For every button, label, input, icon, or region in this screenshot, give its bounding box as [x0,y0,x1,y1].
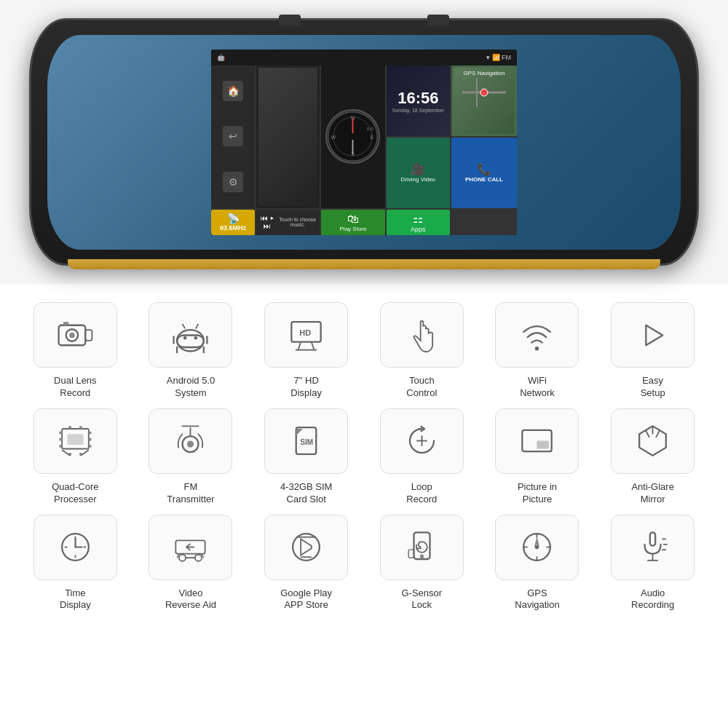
camera-bump-right [427,15,449,26]
video-reverse-icon [170,527,210,567]
feature-label-gps-nav: GPS Navigation [515,587,559,612]
svg-line-45 [62,451,70,456]
feature-item-easy-setup: Easy Setup [599,302,706,400]
feature-item-audio-rec: Audio Recording [599,515,706,612]
svg-rect-41 [79,427,82,430]
svg-line-28 [298,341,301,349]
svg-text:0.0: 0.0 [368,126,374,131]
screen-time: 16:56 [397,89,438,108]
svg-point-68 [179,555,186,561]
pip-icon [517,421,557,461]
camera-bump-left [279,15,301,26]
svg-rect-44 [67,435,83,446]
screen-radio-cell[interactable]: 📡 93.6MHz [211,210,255,235]
feature-icon-box-sim-slot: SIM [264,408,348,474]
feature-icon-box-audio-rec [611,515,695,580]
feature-item-video-reverse: Video Reverse Aid [138,515,245,612]
feature-item-quad-core: Quad-Core Processer [22,408,129,506]
svg-line-21 [183,323,186,328]
svg-rect-37 [89,432,92,435]
feature-icon-box-dual-lens [33,302,117,368]
svg-rect-18 [178,335,205,347]
svg-point-69 [195,555,202,561]
feature-icon-box-android [149,302,232,368]
screen-music-cell[interactable]: ⏮ ▶ ⏭ Touch to choose music. [256,210,320,235]
svg-point-32 [535,347,539,351]
music-label: Touch to choose music. [278,217,317,227]
audio-rec-icon [633,527,673,567]
easy-setup-icon [633,315,673,355]
feature-icon-box-video-reverse [149,515,232,580]
svg-line-57 [646,431,649,438]
feature-item-loop-record: Loop Record [368,408,475,506]
playstore-label: Play Store [340,226,367,232]
feature-icon-box-g-sensor [380,515,464,580]
feature-label-loop-record: Loop Record [406,481,437,506]
feature-label-video-reverse: Video Reverse Aid [165,587,216,612]
radio-freq: 93.6MHz [220,224,246,232]
svg-point-74 [293,534,320,561]
anti-glare-icon [633,421,673,461]
apps-label: Apps [411,226,426,233]
feature-icon-box-fm-transmitter [149,408,232,474]
screen-playstore-cell[interactable]: 🛍 Play Store [321,210,384,235]
svg-rect-36 [59,445,62,448]
feature-icon-box-easy-setup [611,302,695,368]
feature-label-hd-display: 7" HD Display [290,375,322,400]
svg-rect-35 [59,438,62,441]
mirror-bottom-strip [68,259,660,269]
feature-icon-box-anti-glare [611,408,695,474]
feature-item-google-play: Google Play APP Store [253,515,360,612]
feature-icon-box-quad-core [33,408,117,474]
screen-time-cell: 16:56 Sunday, 18 September [387,66,450,136]
compass-display: N S W E 0.0 [321,66,384,208]
feature-label-easy-setup: Easy Setup [641,375,665,400]
feature-label-google-play: Google Play APP Store [280,587,332,612]
back-icon: ↩ [223,126,243,146]
feature-label-quad-core: Quad-Core Processer [52,481,98,506]
svg-point-14 [69,332,74,337]
svg-point-20 [194,336,198,339]
screen-statusbar: 🤖 ▾ 📶 FM [211,50,517,66]
time-display-icon [55,527,95,567]
svg-point-48 [187,441,194,448]
feature-icon-box-time-display [33,515,117,580]
mirror-screen[interactable]: 🤖 ▾ 📶 FM 🏠 ↩ ⚙ 16:56 Sunday, 18 Septembe… [211,50,517,235]
feature-item-touch: Touch Control [368,302,475,400]
feature-label-anti-glare: Anti-Glare Mirror [631,481,674,506]
hd-display-icon: HD [286,315,326,355]
feature-label-g-sensor: G-Sensor Lock [402,587,443,612]
screen-sidebar: 🏠 ↩ ⚙ [211,66,255,208]
google-play-icon [286,527,326,567]
sim-slot-icon: SIM [286,421,326,461]
wifi-icon [517,315,557,355]
home-icon: 🏠 [223,81,243,101]
svg-text:SIM: SIM [300,438,313,446]
dual-lens-icon [55,315,95,355]
screen-call-cell[interactable]: 📞 PHONE CALL [451,138,517,208]
feature-item-gps-nav: GPS Navigation [484,515,591,612]
screen-driving-cell[interactable]: 🎥 Driving Video [387,138,450,208]
mirror-section: 🤖 ▾ 📶 FM 🏠 ↩ ⚙ 16:56 Sunday, 18 Septembe… [0,0,728,284]
screen-date: Sunday, 18 September [392,108,444,113]
svg-rect-40 [68,427,71,430]
compass-circle: N S W E 0.0 [325,109,380,164]
feature-item-g-sensor: G-Sensor Lock [368,515,475,612]
svg-rect-56 [537,441,550,449]
feature-item-dual-lens: Dual Lens Record [22,302,129,400]
menu-icon: ⚙ [223,172,243,192]
feature-item-time-display: Time Display [22,515,129,612]
gps-nav-icon [517,527,557,567]
feature-label-wifi: WiFi Network [520,375,555,400]
svg-rect-34 [59,432,62,435]
feature-item-sim-slot: SIM4-32GB SIM Card Slot [253,408,360,506]
feature-item-anti-glare: Anti-Glare Mirror [599,408,706,506]
svg-rect-39 [89,445,92,448]
mirror-outer: 🤖 ▾ 📶 FM 🏠 ↩ ⚙ 16:56 Sunday, 18 Septembe… [29,18,699,266]
svg-line-29 [312,341,314,349]
svg-rect-16 [63,322,68,325]
screen-apps-cell[interactable]: ⚏ Apps [387,210,450,235]
feature-item-fm-transmitter: FM Transmitter [138,408,245,506]
feature-icon-box-pip [495,408,579,474]
touch-icon [402,315,442,355]
